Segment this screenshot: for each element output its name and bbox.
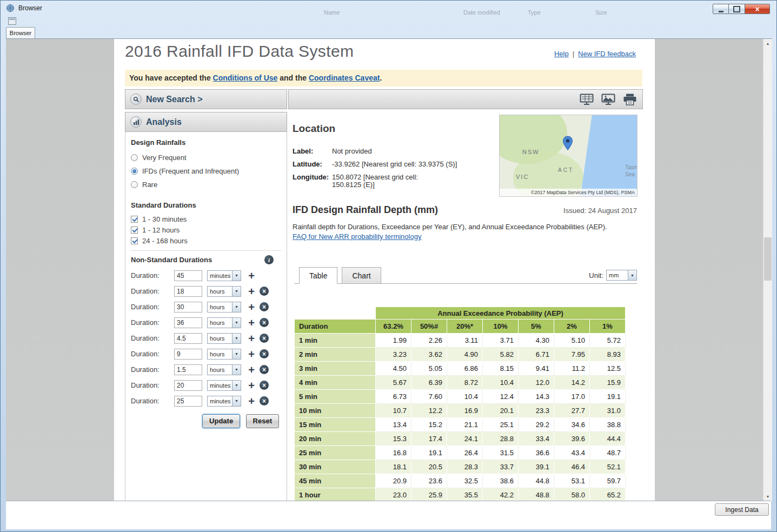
radio-icon[interactable] <box>131 154 138 161</box>
standard-duration-option[interactable]: 1 - 30 minutes <box>131 214 281 224</box>
design-rainfall-option[interactable]: IFDs (Frequent and Infrequent) <box>131 164 281 178</box>
value-cell: 8.72 <box>447 376 483 390</box>
analysis-header[interactable]: Analysis <box>125 112 287 132</box>
chevron-down-icon[interactable]: ▼ <box>232 271 241 281</box>
print-icon[interactable] <box>623 94 637 105</box>
value-cell: 25.1 <box>483 418 519 432</box>
duration-unit-select[interactable]: hours ▼ <box>207 364 241 375</box>
chevron-down-icon[interactable]: ▼ <box>232 381 241 390</box>
aep-banner: Annual Exceedance Probability (AEP) <box>376 307 626 320</box>
chevron-down-icon[interactable]: ▼ <box>232 287 241 296</box>
design-rainfall-option[interactable]: Very Frequent <box>131 151 281 164</box>
checkbox-icon[interactable] <box>131 237 138 244</box>
x-glyph: × <box>262 335 266 342</box>
radio-icon[interactable] <box>131 168 138 175</box>
add-duration-icon[interactable]: + <box>247 334 256 343</box>
duration-unit-select[interactable]: hours ▼ <box>207 349 241 360</box>
duration-label: Duration: <box>131 318 174 327</box>
x-glyph: × <box>262 367 266 373</box>
minimize-button[interactable] <box>713 4 729 14</box>
standard-duration-option[interactable]: 24 - 168 hours <box>131 235 281 246</box>
chevron-down-icon[interactable]: ▼ <box>232 349 241 359</box>
faq-link[interactable]: FAQ for New ARR probability terminology <box>293 232 421 241</box>
add-duration-icon[interactable]: + <box>247 365 256 374</box>
duration-cell: 5 min <box>295 390 376 404</box>
tab-browser[interactable]: Browser <box>6 27 35 38</box>
chevron-down-icon[interactable]: ▼ <box>232 365 241 375</box>
value-cell: 5.05 <box>411 362 447 376</box>
location-key: Label: <box>293 147 332 155</box>
remove-duration-icon[interactable]: × <box>260 334 269 343</box>
location-value: -33.9262 [Nearest grid cell: 33.9375 (S)… <box>332 160 457 168</box>
value-cell: 38.8 <box>590 418 626 432</box>
duration-unit-select[interactable]: minutes ▼ <box>207 396 241 407</box>
location-map[interactable]: NSW ACT VIC Tasman Sea ©2017 MapData Ser… <box>499 115 637 197</box>
info-icon[interactable]: i <box>264 255 274 264</box>
export-table-icon[interactable] <box>580 94 594 105</box>
select-value: hours <box>208 335 232 342</box>
chevron-down-icon[interactable]: ▼ <box>628 270 636 280</box>
remove-duration-icon[interactable]: × <box>260 381 269 390</box>
conditions-of-use-link[interactable]: Conditions of Use <box>213 74 278 82</box>
coordinates-caveat-link[interactable]: Coordinates Caveat <box>309 74 380 82</box>
standard-duration-option[interactable]: 1 - 12 hours <box>131 224 281 235</box>
duration-value-input[interactable] <box>174 286 202 297</box>
duration-unit-select[interactable]: minutes ▼ <box>207 270 241 281</box>
add-duration-icon[interactable]: + <box>247 397 256 405</box>
add-duration-icon[interactable]: + <box>247 350 256 358</box>
duration-value-input[interactable] <box>174 396 202 407</box>
add-duration-icon[interactable]: + <box>247 303 256 311</box>
checkbox-icon[interactable] <box>131 227 138 234</box>
scroll-down-button[interactable]: ▼ <box>763 492 772 501</box>
scroll-thumb[interactable] <box>764 237 772 281</box>
chevron-down-icon[interactable]: ▼ <box>232 334 241 343</box>
tab-chart[interactable]: Chart <box>342 267 381 284</box>
duration-value-input[interactable] <box>174 317 202 328</box>
scroll-up-button[interactable]: ▲ <box>763 39 772 48</box>
export-image-icon[interactable] <box>601 94 615 105</box>
chevron-down-icon[interactable]: ▼ <box>232 396 241 406</box>
window-menu-icon[interactable] <box>8 17 16 25</box>
remove-duration-icon[interactable]: × <box>260 287 269 296</box>
duration-value-input[interactable] <box>174 349 202 360</box>
remove-duration-icon[interactable]: × <box>260 365 269 374</box>
duration-value-input[interactable] <box>174 270 202 281</box>
remove-duration-icon[interactable]: × <box>260 302 269 311</box>
add-duration-icon[interactable]: + <box>247 381 256 390</box>
design-rainfall-option[interactable]: Rare <box>131 178 281 191</box>
duration-unit-select[interactable]: hours ▼ <box>207 317 241 328</box>
add-duration-icon[interactable]: + <box>247 287 256 296</box>
duration-value-input[interactable] <box>174 364 202 375</box>
reset-button[interactable]: Reset <box>246 414 279 428</box>
new-ifd-feedback-link[interactable]: New IFD feedback <box>578 50 636 58</box>
chevron-down-icon[interactable]: ▼ <box>232 302 241 312</box>
duration-cell: 4 min <box>295 376 376 390</box>
remove-duration-icon[interactable]: × <box>260 349 269 358</box>
tab-table[interactable]: Table <box>299 267 337 284</box>
add-duration-icon[interactable]: + <box>247 318 256 327</box>
duration-unit-select[interactable]: hours ▼ <box>207 286 241 297</box>
duration-value-input[interactable] <box>174 333 202 344</box>
remove-duration-icon[interactable]: × <box>260 318 269 327</box>
close-button[interactable]: × <box>745 4 770 14</box>
ingest-data-button[interactable]: Ingest Data <box>715 503 769 516</box>
duration-unit-select[interactable]: hours ▼ <box>207 333 241 344</box>
duration-value-input[interactable] <box>174 380 202 391</box>
vertical-scrollbar[interactable]: ▲ ▼ <box>763 39 772 501</box>
menu-strip <box>6 16 771 26</box>
radio-icon[interactable] <box>131 181 138 188</box>
duration-unit-select[interactable]: hours ▼ <box>207 302 241 312</box>
duration-unit-select[interactable]: minutes ▼ <box>207 380 241 391</box>
add-duration-icon[interactable]: + <box>247 271 256 280</box>
update-button[interactable]: Update <box>202 414 240 428</box>
checkbox-icon[interactable] <box>131 216 138 223</box>
unit-select[interactable]: mm ▼ <box>606 270 637 281</box>
chevron-down-icon[interactable]: ▼ <box>232 318 241 328</box>
maximize-button[interactable] <box>729 4 745 14</box>
remove-duration-icon[interactable]: × <box>260 396 269 405</box>
new-search-header[interactable]: New Search > <box>125 89 287 109</box>
location-key: Longitude: <box>293 173 332 181</box>
duration-value-input[interactable] <box>174 302 202 312</box>
title-bar[interactable]: Browser Name Date modified Type Size × <box>1 1 776 16</box>
help-link[interactable]: Help <box>554 50 569 58</box>
